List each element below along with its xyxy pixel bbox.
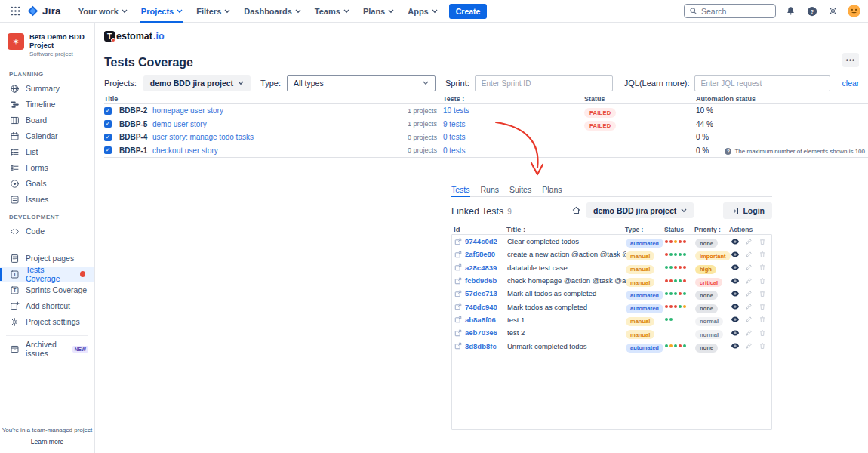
row-checkbox[interactable]: ✓ bbox=[104, 146, 112, 154]
row-checkbox[interactable]: ✓ bbox=[104, 120, 112, 128]
panel-tab-runs[interactable]: Runs bbox=[481, 185, 500, 196]
edit-button[interactable] bbox=[743, 341, 753, 351]
global-search[interactable] bbox=[684, 4, 776, 18]
projects-filter-dropdown[interactable]: demo BDD jira project bbox=[143, 76, 251, 91]
col-priority[interactable]: Priority : bbox=[694, 226, 729, 233]
tests-count-link[interactable]: 9 tests bbox=[443, 120, 580, 128]
edit-button[interactable] bbox=[743, 328, 753, 337]
nav-item-plans[interactable]: Plans bbox=[356, 0, 401, 23]
test-id-link[interactable]: a28c4839 bbox=[454, 263, 507, 272]
panel-project-dropdown[interactable]: demo BDD jira project bbox=[586, 202, 694, 218]
delete-button[interactable] bbox=[757, 328, 767, 337]
test-id-link[interactable]: 2af58e80 bbox=[454, 250, 507, 258]
delete-button[interactable] bbox=[757, 249, 767, 259]
search-input[interactable] bbox=[701, 7, 762, 16]
more-options-button[interactable]: ••• bbox=[842, 53, 859, 67]
tests-count-link[interactable]: 10 tests bbox=[443, 106, 580, 115]
test-id-link[interactable]: aeb703e6 bbox=[454, 328, 507, 337]
type-filter-select[interactable]: All types bbox=[287, 76, 436, 91]
user-avatar[interactable] bbox=[848, 5, 860, 17]
nav-item-your-work[interactable]: Your work bbox=[72, 0, 134, 23]
sidebar-item-add-shortcut[interactable]: Add shortcut bbox=[0, 298, 94, 314]
delete-button[interactable] bbox=[757, 288, 767, 298]
nav-item-apps[interactable]: Apps bbox=[401, 0, 445, 23]
sidebar-item-forms[interactable]: Forms bbox=[0, 160, 94, 176]
view-eye-button[interactable] bbox=[730, 328, 740, 337]
sidebar-item-list[interactable]: List bbox=[0, 144, 94, 160]
view-eye-button[interactable] bbox=[730, 315, 740, 325]
tests-count-link[interactable]: 0 tests bbox=[443, 133, 580, 141]
settings-gear-icon[interactable] bbox=[826, 5, 839, 17]
sidebar-item-project-pages[interactable]: Project pages bbox=[0, 251, 94, 267]
sidebar-item-tests-coverage[interactable]: T Tests Coverage bbox=[0, 267, 94, 282]
view-eye-button[interactable] bbox=[730, 288, 740, 298]
sidebar-item-project-settings[interactable]: Project settings bbox=[0, 314, 94, 330]
sidebar-item-timeline[interactable]: Timeline bbox=[0, 97, 94, 112]
nav-item-filters[interactable]: Filters bbox=[189, 0, 237, 23]
test-id-link[interactable]: 3d8db8fc bbox=[454, 342, 507, 350]
sprint-input[interactable] bbox=[475, 76, 613, 91]
jira-logo[interactable]: Jira bbox=[27, 5, 61, 17]
login-button[interactable]: Login bbox=[723, 202, 772, 219]
test-id-link[interactable]: fcbd9d6b bbox=[454, 276, 507, 285]
col-title[interactable]: Title bbox=[104, 95, 364, 103]
panel-tab-tests[interactable]: Tests bbox=[451, 185, 470, 196]
view-eye-button[interactable] bbox=[730, 302, 740, 312]
edit-button[interactable] bbox=[743, 263, 753, 273]
app-switcher-icon[interactable] bbox=[8, 4, 23, 19]
help-icon[interactable]: ? bbox=[805, 5, 818, 17]
sidebar-item-board[interactable]: Board bbox=[0, 112, 94, 128]
test-id-link[interactable]: 57dec713 bbox=[454, 289, 507, 297]
nav-item-dashboards[interactable]: Dashboards bbox=[237, 0, 308, 23]
col-automation-status[interactable]: Automation status bbox=[692, 95, 868, 103]
nav-item-teams[interactable]: Teams bbox=[308, 0, 356, 23]
view-eye-button[interactable] bbox=[730, 236, 740, 246]
edit-button[interactable] bbox=[743, 249, 753, 259]
test-id-link[interactable]: 9744c0d2 bbox=[454, 237, 507, 245]
col-tests[interactable]: Tests : bbox=[443, 95, 580, 103]
clear-filters-link[interactable]: clear bbox=[842, 79, 860, 88]
test-id-link[interactable]: 748dc940 bbox=[454, 303, 507, 311]
col-id[interactable]: Id bbox=[454, 225, 506, 233]
view-eye-button[interactable] bbox=[730, 249, 740, 259]
panel-tab-suites[interactable]: Suites bbox=[509, 185, 531, 196]
col-status[interactable]: Status bbox=[580, 95, 692, 103]
edit-button[interactable] bbox=[743, 288, 753, 298]
nav-item-projects[interactable]: Projects bbox=[134, 0, 189, 23]
issue-title-link[interactable]: demo user story bbox=[152, 120, 364, 128]
delete-button[interactable] bbox=[757, 276, 767, 285]
sidebar-item-summary[interactable]: Summary bbox=[0, 81, 94, 97]
view-eye-button[interactable] bbox=[730, 341, 740, 351]
sidebar-item-calendar[interactable]: Calendar bbox=[0, 128, 94, 144]
col-status[interactable]: Status bbox=[664, 226, 694, 233]
edit-button[interactable] bbox=[743, 302, 753, 312]
sidebar-item-archived-issues[interactable]: Archived issues NEW bbox=[0, 341, 94, 357]
notifications-icon[interactable] bbox=[784, 5, 797, 17]
issue-title-link[interactable]: user story: manage todo tasks bbox=[152, 133, 364, 141]
test-id-link[interactable]: ab8a8f06 bbox=[454, 316, 507, 324]
col-type[interactable]: Type : bbox=[625, 226, 664, 233]
delete-button[interactable] bbox=[757, 315, 767, 325]
panel-tab-plans[interactable]: Plans bbox=[542, 185, 562, 196]
sidebar-item-goals[interactable]: Goals bbox=[0, 176, 94, 192]
edit-button[interactable] bbox=[743, 315, 753, 325]
tests-count-link[interactable]: 0 tests bbox=[443, 146, 580, 155]
edit-button[interactable] bbox=[743, 276, 753, 285]
col-title[interactable]: Title : bbox=[506, 225, 625, 233]
delete-button[interactable] bbox=[757, 302, 767, 312]
row-checkbox[interactable]: ✓ bbox=[104, 107, 112, 115]
view-eye-button[interactable] bbox=[730, 263, 740, 273]
home-icon[interactable] bbox=[571, 205, 581, 218]
row-checkbox[interactable]: ✓ bbox=[104, 134, 112, 141]
sidebar-item-code[interactable]: Code bbox=[0, 223, 94, 239]
issue-title-link[interactable]: homepage user story bbox=[152, 106, 364, 115]
testomat-logo[interactable]: Testomat.io bbox=[104, 31, 165, 42]
learn-more-link[interactable]: Learn more bbox=[0, 438, 94, 445]
delete-button[interactable] bbox=[757, 236, 767, 246]
jql-input[interactable] bbox=[694, 76, 830, 91]
view-eye-button[interactable] bbox=[730, 276, 740, 285]
issue-title-link[interactable]: checkout user story bbox=[152, 146, 364, 155]
delete-button[interactable] bbox=[757, 341, 767, 351]
sidebar-item-issues[interactable]: Issues bbox=[0, 192, 94, 208]
edit-button[interactable] bbox=[743, 236, 753, 246]
